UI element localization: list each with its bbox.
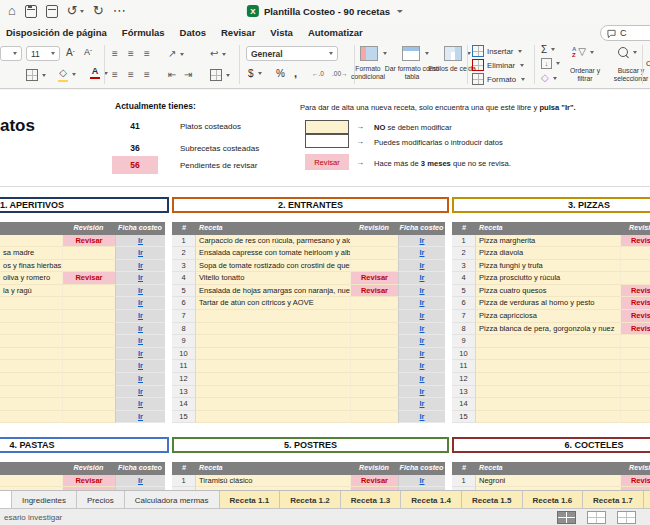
align-left-icon[interactable]: ≡ xyxy=(112,69,118,81)
recipe-name-cell[interactable]: Vitello tonatto xyxy=(196,272,350,285)
ir-link[interactable]: Ir xyxy=(138,324,143,333)
ir-link[interactable]: Ir xyxy=(419,324,424,333)
sheet-tab[interactable]: Ingredientes xyxy=(12,491,77,509)
sheet-tab[interactable]: Receta 1.7 xyxy=(583,491,644,509)
recipe-name-cell[interactable] xyxy=(476,411,620,423)
redo-button[interactable]: ↻ xyxy=(93,4,104,18)
recipe-name-cell[interactable] xyxy=(0,310,62,323)
ir-link[interactable]: Ir xyxy=(419,273,424,282)
sheet-tab[interactable]: Receta 1.4 xyxy=(401,491,462,509)
menu-item[interactable]: Datos xyxy=(180,27,206,38)
recipe-name-cell[interactable]: Tartar de atún con cítricos y AOVE xyxy=(196,297,350,310)
sheet-tab[interactable]: Receta 1.6 xyxy=(523,491,584,509)
print-icon[interactable] xyxy=(46,5,58,18)
recipe-name-cell[interactable]: Pizza de verduras al horno y pesto xyxy=(476,297,620,310)
fill-color-button[interactable]: ◇ xyxy=(58,67,76,82)
normal-view-icon[interactable] xyxy=(557,511,576,524)
percent-format-button[interactable]: % xyxy=(276,68,285,79)
menu-item[interactable]: Automatizar xyxy=(308,27,363,38)
sheet-tab[interactable]: Calculadora mermas xyxy=(125,491,220,509)
menu-item[interactable]: Revisar xyxy=(221,27,255,38)
recipe-name-cell[interactable]: Carpaccio de res con rúcula, parmesano y… xyxy=(196,235,350,248)
ir-link[interactable]: Ir xyxy=(419,286,424,295)
ir-link[interactable]: Ir xyxy=(138,311,143,320)
recipe-name-cell[interactable]: Pizza cuatro quesos xyxy=(476,285,620,298)
sheet-tab-active[interactable] xyxy=(0,491,12,509)
menu-item[interactable]: Vista xyxy=(270,27,293,38)
currency-format-button[interactable]: $ xyxy=(248,68,262,79)
ir-link[interactable]: Ir xyxy=(138,349,143,358)
ir-link[interactable]: Ir xyxy=(419,399,424,408)
clear-button[interactable]: ◇ xyxy=(541,72,557,84)
recipe-name-cell[interactable] xyxy=(0,475,62,488)
page-layout-view-icon[interactable] xyxy=(587,511,606,524)
ir-link[interactable]: Ir xyxy=(419,311,424,320)
shrink-font-button[interactable]: Aˇ xyxy=(84,47,92,57)
save-icon[interactable] xyxy=(25,5,37,18)
recipe-name-cell[interactable] xyxy=(0,335,62,348)
sheet-tab[interactable]: Receta 1.5 xyxy=(462,491,523,509)
recipe-name-cell[interactable] xyxy=(196,310,350,323)
ir-link[interactable]: Ir xyxy=(138,273,143,282)
ir-link[interactable]: Ir xyxy=(419,361,424,370)
menu-item[interactable]: Disposición de página xyxy=(6,27,107,38)
ir-link[interactable]: Ir xyxy=(138,374,143,383)
format-cells-button[interactable]: Formato xyxy=(472,73,525,85)
ir-link[interactable]: Ir xyxy=(138,361,143,370)
recipe-name-cell[interactable] xyxy=(0,360,62,373)
ir-link[interactable]: Ir xyxy=(138,412,143,421)
recipe-name-cell[interactable] xyxy=(476,348,620,361)
sheet-tab[interactable]: Rec xyxy=(644,491,650,509)
page-break-view-icon[interactable] xyxy=(617,511,636,524)
increase-decimal-icon[interactable]: ←.0 xyxy=(312,70,324,77)
ir-link[interactable]: Ir xyxy=(138,476,143,485)
recipe-name-cell[interactable] xyxy=(476,398,620,411)
decrease-indent-icon[interactable]: ⇤ xyxy=(168,69,176,81)
recipe-name-cell[interactable] xyxy=(0,373,62,386)
recipe-name-cell[interactable] xyxy=(476,335,620,348)
number-format-select[interactable]: General xyxy=(246,46,338,61)
ir-link[interactable]: Ir xyxy=(419,412,424,421)
align-right-icon[interactable]: ≡ xyxy=(144,69,150,81)
recipe-name-cell[interactable] xyxy=(196,360,350,373)
increase-indent-icon[interactable]: ⇥ xyxy=(184,69,192,81)
recipe-name-cell[interactable] xyxy=(196,323,350,336)
borders-button[interactable] xyxy=(26,69,46,81)
find-select-button[interactable] xyxy=(618,47,637,57)
menu-item[interactable]: Fórmulas xyxy=(122,27,165,38)
recipe-name-cell[interactable]: Pizza blanca de pera, gorgonzola y nuez xyxy=(476,323,620,336)
font-name-select[interactable] xyxy=(0,46,22,61)
recipe-name-cell[interactable] xyxy=(196,373,350,386)
recipe-name-cell[interactable]: Pizza diavola xyxy=(476,247,620,260)
recipe-name-cell[interactable] xyxy=(196,335,350,348)
recipe-name-cell[interactable]: Sopa de tomate rostizado con crostini de… xyxy=(196,260,350,273)
home-icon[interactable]: ⌂ xyxy=(8,4,16,18)
insert-cells-button[interactable]: Insertar xyxy=(472,45,522,57)
fill-down-button[interactable]: ↓ xyxy=(541,58,560,69)
recipe-name-cell[interactable]: Negroni xyxy=(476,475,620,488)
recipe-name-cell[interactable]: Tiramisú clásico xyxy=(196,475,350,488)
recipe-name-cell[interactable]: Pizza funghi y trufa xyxy=(476,260,620,273)
align-middle-icon[interactable]: ≡ xyxy=(128,48,134,60)
recipe-name-cell[interactable] xyxy=(0,398,62,411)
document-title-area[interactable]: Plantilla Costeo - 90 recetas xyxy=(247,5,403,17)
ir-link[interactable]: Ir xyxy=(138,248,143,257)
recipe-name-cell[interactable] xyxy=(0,297,62,310)
ir-link[interactable]: Ir xyxy=(419,374,424,383)
format-as-table-button[interactable] xyxy=(402,46,429,61)
recipe-name-cell[interactable] xyxy=(196,386,350,399)
ir-link[interactable]: Ir xyxy=(419,261,424,270)
ir-link[interactable]: Ir xyxy=(138,261,143,270)
recipe-name-cell[interactable] xyxy=(0,323,62,336)
comma-format-button[interactable]: , xyxy=(294,67,297,79)
undo-button[interactable]: ↺ xyxy=(67,4,84,18)
recipe-name-cell[interactable] xyxy=(196,398,350,411)
align-top-icon[interactable]: ≡ xyxy=(112,48,118,60)
font-size-select[interactable]: 11 xyxy=(26,46,60,61)
recipe-name-cell[interactable]: oliva y romero xyxy=(0,272,62,285)
ir-link[interactable]: Ir xyxy=(419,349,424,358)
ir-link[interactable]: Ir xyxy=(138,286,143,295)
merge-center-button[interactable] xyxy=(210,69,230,81)
recipe-name-cell[interactable] xyxy=(0,235,62,248)
ir-link[interactable]: Ir xyxy=(419,336,424,345)
